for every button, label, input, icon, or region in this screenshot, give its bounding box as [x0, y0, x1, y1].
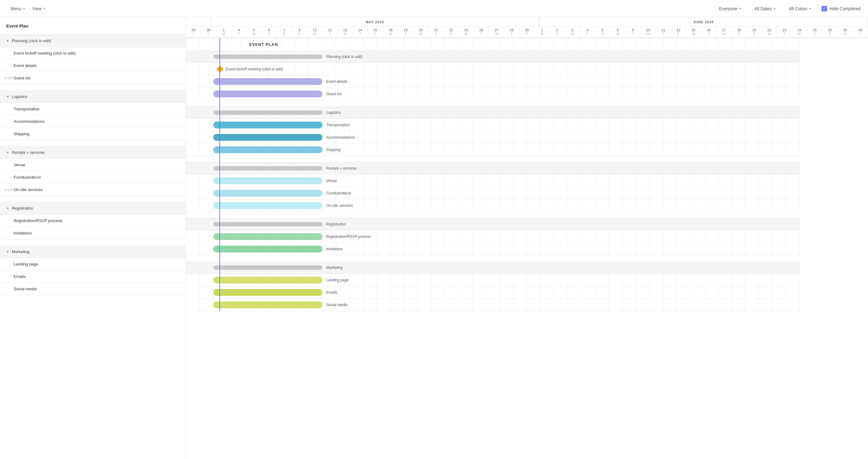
day-cell-35: 17W: [716, 27, 732, 37]
task-event-details[interactable]: Event details: [0, 60, 186, 72]
milestone-label-2: Event kickoff meeting (click to edit): [226, 67, 283, 71]
gantt-row-13: Furniture/decor: [186, 187, 800, 200]
gantt-row-2: Event kickoff meeting (click to edit): [186, 63, 800, 75]
everyone-button[interactable]: Everyone ▾: [716, 4, 744, 13]
day-cell-26: 4T: [580, 27, 595, 37]
task-rsvp[interactable]: Registration/RSVP process: [0, 215, 186, 227]
task-list-header: Event Plan: [0, 18, 186, 35]
section-marketing[interactable]: ▼ Marketing: [0, 246, 186, 258]
view-button[interactable]: View ▾: [29, 4, 48, 13]
day-cell-37: 19F: [747, 27, 762, 37]
day-cell-15: 20W: [413, 27, 428, 37]
pre-month-cell: [186, 18, 211, 26]
task-bar-12: [213, 177, 322, 184]
task-bar-4: [213, 91, 322, 97]
menu-button[interactable]: Menu ▾: [7, 4, 28, 13]
task-venue[interactable]: Venue: [0, 159, 186, 171]
day-cell-11: 14T: [353, 27, 368, 37]
task-bar-17: [213, 233, 322, 240]
task-emails[interactable]: Emails: [0, 270, 186, 283]
june-2020-header: JUNE 2020: [539, 18, 868, 26]
section-registration[interactable]: ▼ Registration: [0, 202, 186, 215]
all-colors-button[interactable]: All Colors ▾: [786, 4, 814, 13]
task-social-media[interactable]: Social media: [0, 283, 186, 295]
task-bar-14: [213, 202, 322, 209]
task-bar-3: [213, 78, 322, 85]
logistics-collapse-icon: ▼: [6, 95, 9, 98]
day-cell-33: 15M: [686, 27, 701, 37]
day-cell-19: 26T: [474, 27, 489, 37]
may-2020-header: MAY 2020: [211, 18, 539, 26]
all-dates-button[interactable]: All Dates ▾: [751, 4, 778, 13]
section-logistics[interactable]: ▼ Logistics: [0, 91, 186, 103]
logistics-section-name: Logistics: [12, 94, 28, 99]
onsite-task-name: On-site services: [13, 187, 42, 192]
view-label: View: [32, 6, 41, 11]
task-label-18: Invitations: [326, 247, 343, 251]
gantt-row-20: Marketing: [186, 262, 800, 274]
section-bar-16: [213, 222, 322, 226]
task-furniture[interactable]: Furniture/decor: [0, 171, 186, 184]
task-landing[interactable]: Landing page: [0, 258, 186, 270]
day-cell-3: 4T: [231, 27, 247, 37]
task-transportation[interactable]: Transportation: [0, 103, 186, 115]
section-label-6: Logistics: [326, 111, 341, 115]
day-cell-0: 29T: [186, 27, 201, 37]
gantt-row-10: [186, 156, 800, 162]
onsite-subtask-counter: ≡ 0/5: [4, 187, 12, 192]
day-cell-43: 29M: [838, 27, 853, 37]
gantt-row-7: Transportation: [186, 119, 800, 131]
task-label-22: Emails: [326, 290, 337, 295]
event-plan-title: Event Plan: [6, 24, 29, 29]
section-planning[interactable]: ▼ Planning (click to edit): [0, 35, 186, 47]
guest-list-count: 0/3: [8, 76, 12, 80]
day-cell-9: 12T: [322, 27, 338, 37]
gantt-row-12: Venue: [186, 175, 800, 187]
day-cell-16: 21T: [428, 27, 444, 37]
day-cell-20: 27W: [489, 27, 504, 37]
section-rentals[interactable]: ▼ Rentals + services: [0, 146, 186, 159]
task-label-7: Transportation: [326, 123, 350, 127]
day-cell-14: 19T: [398, 27, 413, 37]
spacer-after-rentals: [0, 196, 186, 202]
emails-task-name: Emails: [13, 274, 26, 279]
day-cell-10: 13W: [338, 27, 353, 37]
day-row: 29T30F1M4T5W6T7F8F11M12T13W14T15F18M19T2…: [186, 27, 868, 38]
hide-completed-button[interactable]: ✓ Hide Completed: [822, 6, 861, 11]
day-cell-40: 24W: [793, 27, 808, 37]
section-bar-20: [213, 266, 322, 270]
gantt-area[interactable]: MAY 2020 JUNE 2020 29T30F1M4T5W6T7F8F11M…: [186, 18, 868, 459]
task-bar-13: [213, 190, 322, 196]
event-plan-gantt-label: EVENT PLAN: [249, 42, 278, 47]
onsite-subtask-lines-icon: ≡: [4, 187, 7, 192]
task-accommodations[interactable]: Accommodations: [0, 115, 186, 128]
accommodations-task-name: Accommodations: [13, 119, 44, 124]
day-cell-31: 11T: [656, 27, 671, 37]
menu-label: Menu: [10, 6, 21, 11]
gantt-row-0: EVENT PLAN: [186, 38, 800, 51]
spacer-after-registration: [0, 239, 186, 246]
today-line: [219, 38, 220, 311]
planning-collapse-icon: ▼: [6, 39, 9, 42]
day-cell-12: 15F: [368, 27, 383, 37]
day-cell-24: 2T: [550, 27, 565, 37]
task-kickoff[interactable]: Event kickoff meeting (click to edit): [0, 47, 186, 60]
task-label-17: Registration/RSVP process: [326, 235, 371, 239]
task-bar-7: [213, 122, 322, 128]
onsite-count: 0/5: [8, 188, 12, 192]
gantt-row-1: Planning (click to edit): [186, 51, 800, 63]
all-colors-label: All Colors: [789, 6, 808, 11]
section-bar-6: [213, 111, 322, 115]
day-cell-34: 16T: [701, 27, 716, 37]
task-invitations[interactable]: Invitations: [0, 227, 186, 239]
gantt-row-16: Registration: [186, 218, 800, 231]
day-cell-8: 11M: [307, 27, 322, 37]
day-cell-1: 30F: [201, 27, 216, 37]
gantt-row-21: Landing page: [186, 274, 800, 286]
task-label-12: Venue: [326, 179, 337, 183]
task-shipping[interactable]: Shipping: [0, 128, 186, 140]
task-onsite[interactable]: ≡ 0/5 On-site services: [0, 184, 186, 196]
task-guest-list[interactable]: ≡ 0/3 Guest list: [0, 72, 186, 84]
task-label-8: Accommodations: [326, 135, 354, 140]
gantt-row-19: [186, 255, 800, 262]
